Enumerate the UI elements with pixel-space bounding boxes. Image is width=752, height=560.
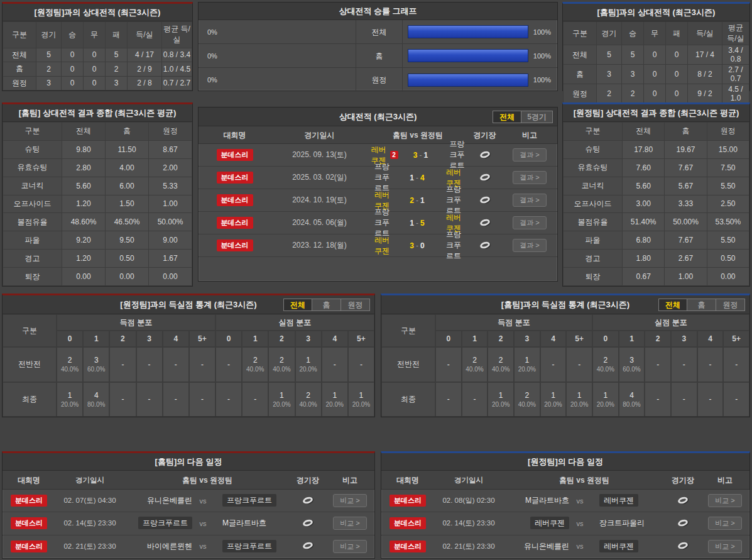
match-teams: 유니온베를린 vs 레버쿠젠 (503, 541, 665, 552)
stadium-icon[interactable] (479, 150, 490, 158)
stat-cell: - (242, 382, 268, 417)
result-button[interactable]: 결과 > (513, 148, 547, 162)
vs-label: vs (192, 520, 214, 527)
stat-cell: 120.0% (566, 382, 592, 417)
result-button[interactable]: 결과 > (513, 216, 547, 229)
stadium-icon[interactable] (479, 195, 490, 204)
score-col: 4 (697, 331, 724, 347)
stat-cell: - (109, 347, 136, 382)
compare-button[interactable]: 비교 > (708, 517, 742, 530)
header-cell: 구분 (564, 22, 597, 45)
stadium-icon[interactable] (479, 217, 490, 226)
header-cell: 원정 (707, 123, 749, 141)
result-button[interactable]: 결과 > (513, 194, 547, 207)
score-separator: - (414, 196, 420, 205)
stadium-icon[interactable] (677, 519, 689, 527)
stadium-icon[interactable] (677, 541, 689, 550)
result-summary-table: 구분 전체 홈 원정 슈팅17.8019.6715.00 유효슈팅7.607.6… (563, 122, 749, 286)
stat-cell: - (462, 382, 488, 417)
score-separator: - (418, 151, 424, 160)
tab-last5[interactable]: 5경기 (521, 111, 553, 123)
row-label: 최종 (3, 382, 57, 417)
panel-title: 상대전적 승률 그래프 (199, 3, 557, 20)
cell: 6.00 (106, 177, 149, 195)
header-cell: 평균 득/실 (722, 22, 749, 45)
compare-button[interactable]: 비교 > (708, 540, 742, 553)
away-score: 1 (424, 151, 428, 160)
cell: 5.67 (665, 177, 707, 195)
header-cell: 무 (644, 22, 666, 45)
panel-title: [원정팀]의 다음 일정 (381, 453, 749, 471)
stat-cell: - (645, 347, 671, 382)
cell: 4 / 17 (128, 48, 162, 62)
cell: 0.50 (106, 250, 149, 268)
panel-home-result-summary: [홈팀] 상대전적 결과 종합 (최근3시즌 평균) 구분 전체 홈 원정 슈팅… (2, 102, 193, 287)
match-date: 02. 14(토) 23:30 (434, 519, 503, 528)
cell: 6.80 (623, 231, 665, 250)
match-score: 1-4 (397, 173, 437, 182)
stadium-icon[interactable] (302, 519, 313, 527)
away-winrate-bar (408, 25, 528, 38)
cell: 0.00 (106, 268, 149, 286)
stat-cell: 360.0% (619, 347, 645, 382)
match-score: 1-5 (397, 219, 437, 228)
cell: 5.50 (707, 231, 749, 250)
score-separator: - (414, 241, 420, 250)
winrate-label: 전체 (356, 20, 403, 43)
cell: 0.00 (62, 268, 106, 286)
header-cell: 득/실 (128, 22, 162, 48)
stat-cell: - (697, 347, 724, 382)
stat-cell: - (109, 382, 136, 417)
compare-button[interactable]: 비교 > (333, 517, 367, 530)
away-team: 장크트파울리 (591, 518, 665, 529)
match-teams: M글라트바흐 vs 레버쿠젠 (503, 495, 665, 506)
away-winrate-bar (408, 74, 528, 87)
cell: 2 (106, 62, 128, 76)
tab-home[interactable]: 홈 (687, 299, 716, 311)
schedule-header: 대회명 경기일시 홈팀 vs 원정팀 경기장 비고 (3, 471, 374, 490)
compare-button[interactable]: 비교 > (333, 494, 367, 507)
cell: 53.50% (707, 213, 749, 231)
stat-cell: - (348, 347, 374, 382)
stat-cell: - (322, 347, 348, 382)
away-team: M글라트바흐 (214, 518, 290, 529)
tab-away[interactable]: 원정 (716, 299, 745, 311)
red-card-badge: 2 (390, 151, 398, 159)
result-button[interactable]: 결과 > (513, 171, 547, 184)
header-cell: 원정 (149, 123, 192, 141)
away-score: 1 (420, 196, 425, 205)
result-button[interactable]: 결과 > (513, 239, 547, 252)
row-label: 오프사이드 (564, 195, 623, 213)
stadium-icon[interactable] (479, 240, 490, 249)
stadium-icon[interactable] (302, 495, 313, 504)
league-badge: 분데스리 (390, 495, 426, 507)
row-label: 퇴장 (3, 268, 62, 286)
tab-all[interactable]: 전체 (658, 299, 687, 311)
header-cell: 비고 (700, 471, 749, 489)
stadium-icon[interactable] (677, 495, 689, 504)
cell: 1.0 / 4.5 (162, 62, 192, 76)
compare-button[interactable]: 비교 > (333, 540, 367, 553)
row-label: 코너킥 (3, 177, 62, 195)
cell: 3.00 (623, 195, 665, 213)
cell: 2.67 (665, 250, 707, 268)
compare-button[interactable]: 비교 > (708, 494, 742, 507)
stat-cell: - (540, 347, 567, 382)
cell: 0 (644, 84, 666, 104)
cell: 2 / 9 (128, 62, 162, 76)
tab-away[interactable]: 원정 (341, 299, 370, 311)
stadium-icon[interactable] (479, 172, 490, 181)
stadium-icon[interactable] (302, 541, 313, 550)
schedule-row: 분데스리 02. 14(토) 23:30 레버쿠젠 vs 장크트파울리 비교 > (381, 512, 749, 535)
tab-all[interactable]: 전체 (283, 299, 312, 311)
winrate-row: 0% 원정 100% (199, 68, 557, 92)
tab-all[interactable]: 전체 (493, 111, 521, 123)
panel-title: [원정팀]과의 득실점 통계 (최근3시즌) (120, 300, 256, 309)
vs-label: vs (192, 497, 214, 505)
score-col: 5+ (723, 331, 749, 347)
right-percent: 100% (533, 76, 551, 84)
league-badge: 분데스리 (217, 149, 253, 161)
row-label: 홈 (3, 62, 36, 76)
tab-home[interactable]: 홈 (312, 299, 341, 311)
row-label: 슈팅 (564, 140, 623, 158)
